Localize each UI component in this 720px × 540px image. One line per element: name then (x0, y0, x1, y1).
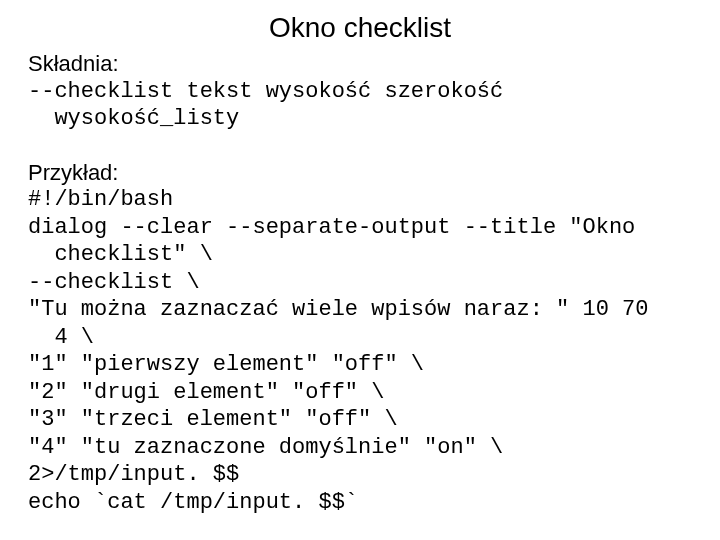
slide: Okno checklist Składnia: --checklist tek… (0, 0, 720, 540)
slide-title: Okno checklist (28, 12, 692, 44)
syntax-code: --checklist tekst wysokość szerokość wys… (28, 78, 692, 133)
example-code: #!/bin/bash dialog --clear --separate-ou… (28, 186, 692, 516)
section-gap (28, 133, 692, 159)
syntax-label: Składnia: (28, 50, 692, 78)
example-label: Przykład: (28, 159, 692, 187)
